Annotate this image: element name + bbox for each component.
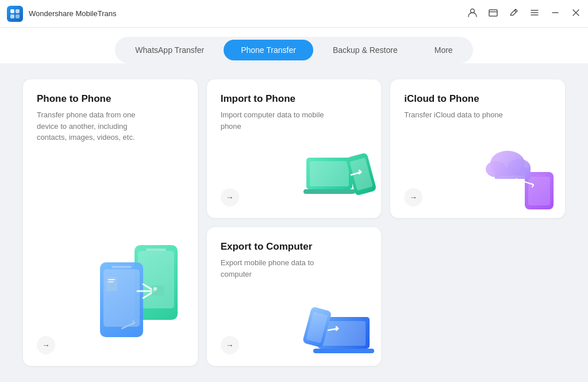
svg-rect-33 <box>535 174 545 176</box>
card-export-to-computer[interactable]: Export to Computer Export mobile phone d… <box>207 227 382 366</box>
svg-rect-3 <box>16 14 20 18</box>
card-import-desc: Import computer data to mobile phone <box>221 109 324 132</box>
tab-backup[interactable]: Backup & Restore <box>316 40 415 60</box>
icloud-illustration <box>485 143 559 212</box>
cards-grid: Phone to Phone Transfer phone data from … <box>23 79 565 366</box>
nav-tabs: WhatsApp Transfer Phone Transfer Backup … <box>115 37 472 63</box>
svg-rect-16 <box>146 249 166 251</box>
menu-icon[interactable] <box>529 7 540 20</box>
card-phone-to-phone-arrow[interactable]: → <box>37 336 55 354</box>
minimize-button[interactable] <box>550 7 560 20</box>
app-title: Wondershare MobileTrans <box>29 9 467 18</box>
card-icloud-arrow[interactable]: → <box>404 188 422 207</box>
export-illustration <box>301 291 375 360</box>
phone-to-phone-illustration <box>89 234 192 343</box>
tab-more[interactable]: More <box>417 40 470 60</box>
svg-rect-23 <box>108 281 114 282</box>
svg-rect-1 <box>16 9 20 13</box>
card-export-title: Export to Computer <box>221 241 368 253</box>
card-import-arrow[interactable]: → <box>221 188 239 207</box>
card-icloud-title: iCloud to Phone <box>404 93 551 105</box>
edit-icon[interactable] <box>509 7 519 20</box>
svg-point-25 <box>153 287 157 291</box>
svg-rect-0 <box>10 9 14 13</box>
window-icon[interactable] <box>488 7 498 20</box>
svg-rect-2 <box>10 14 14 18</box>
card-icloud-desc: Transfer iCloud data to phone <box>404 109 508 121</box>
svg-rect-15 <box>138 251 174 308</box>
svg-rect-27 <box>310 161 349 186</box>
svg-rect-40 <box>322 321 366 346</box>
card-icloud-to-phone[interactable]: iCloud to Phone Transfer iCloud data to … <box>390 79 565 218</box>
window-controls <box>467 7 581 20</box>
svg-rect-22 <box>108 279 115 280</box>
tab-phone[interactable]: Phone Transfer <box>224 40 313 60</box>
card-phone-to-phone-desc: Transfer phone data from one device to a… <box>37 109 140 143</box>
close-button[interactable] <box>571 7 581 20</box>
svg-rect-24 <box>152 285 164 296</box>
svg-rect-32 <box>528 177 550 205</box>
svg-rect-5 <box>489 10 497 16</box>
card-export-desc: Export mobile phone data to computer <box>221 257 324 280</box>
tab-whatsapp[interactable]: WhatsApp Transfer <box>118 40 221 60</box>
main-content: Phone to Phone Transfer phone data from … <box>0 63 588 382</box>
import-illustration <box>301 143 375 212</box>
account-icon[interactable] <box>467 7 478 20</box>
svg-rect-21 <box>106 277 117 291</box>
app-icon <box>7 6 23 22</box>
svg-line-7 <box>514 10 516 12</box>
card-phone-to-phone[interactable]: Phone to Phone Transfer phone data from … <box>23 79 198 366</box>
card-import-to-phone[interactable]: Import to Phone Import computer data to … <box>207 79 382 218</box>
card-phone-to-phone-title: Phone to Phone <box>37 93 184 105</box>
card-import-title: Import to Phone <box>221 93 368 105</box>
nav-bar: WhatsApp Transfer Phone Transfer Backup … <box>0 28 588 63</box>
card-export-arrow[interactable]: → <box>221 336 239 354</box>
svg-rect-28 <box>303 189 355 194</box>
svg-rect-37 <box>495 167 531 179</box>
title-bar: Wondershare MobileTrans <box>0 0 588 28</box>
svg-rect-41 <box>313 349 374 353</box>
svg-rect-19 <box>112 266 132 268</box>
